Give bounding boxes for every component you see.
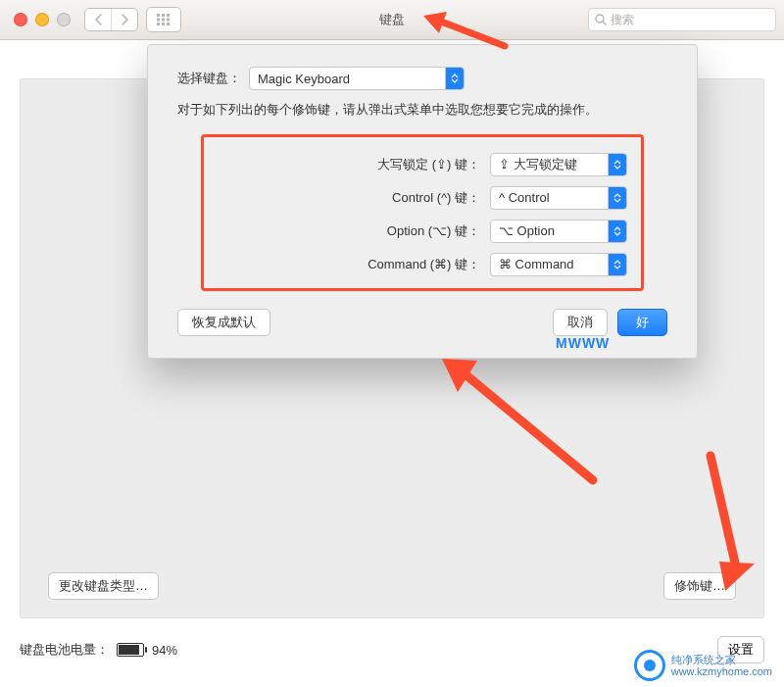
ok-button[interactable]: 好 — [617, 309, 667, 336]
watermark-logo-icon — [634, 650, 665, 681]
select-keyboard-label: 选择键盘： — [177, 70, 241, 87]
battery-label: 键盘电池电量： — [20, 641, 109, 659]
dropdown-value: ^ Control — [499, 190, 550, 205]
dropdown-value: ⌥ Option — [499, 223, 555, 238]
watermark-line1: 纯净系统之家 — [671, 654, 772, 665]
dropdown-knob-icon — [608, 154, 626, 175]
battery-icon — [117, 643, 144, 657]
modifier-label: Control (^) 键： — [314, 189, 480, 207]
modifier-label: Command (⌘) 键： — [314, 256, 480, 273]
cancel-button[interactable]: 取消 — [553, 309, 608, 336]
change-keyboard-type-button[interactable]: 更改键盘类型… — [48, 572, 159, 600]
control-dropdown[interactable]: ^ Control — [490, 186, 627, 210]
select-keyboard-value: Magic Keyboard — [258, 72, 350, 86]
keyboard-battery-status: 键盘电池电量： 94% — [20, 641, 177, 659]
modifier-row-capslock: 大写锁定 (⇪) 键： ⇪ 大写锁定键 — [218, 153, 627, 176]
window-title: 键盘 — [0, 11, 784, 28]
dropdown-knob-icon — [608, 187, 626, 209]
capslock-dropdown[interactable]: ⇪ 大写锁定键 — [490, 153, 627, 176]
watermark-line2: www.kzmyhome.com — [671, 665, 772, 677]
modifier-label: 大写锁定 (⇪) 键： — [314, 156, 480, 173]
modifier-row-option: Option (⌥) 键： ⌥ Option — [218, 220, 627, 243]
select-keyboard-dropdown[interactable]: Magic Keyboard — [249, 67, 465, 90]
dropdown-value: ⌘ Command — [499, 257, 574, 271]
sheet-button-row: 恢复成默认 取消 好 — [177, 309, 667, 336]
modifier-mapping-group: 大写锁定 (⇪) 键： ⇪ 大写锁定键 Control (^) 键： ^ Con… — [201, 134, 644, 291]
modifier-row-command: Command (⌘) 键： ⌘ Command — [218, 253, 627, 276]
dropdown-knob-icon — [608, 254, 626, 275]
command-dropdown[interactable]: ⌘ Command — [490, 253, 627, 276]
restore-defaults-button[interactable]: 恢复成默认 — [177, 309, 270, 336]
sheet-description: 对于如下列出的每个修饰键，请从弹出式菜单中选取您想要它完成的操作。 — [177, 100, 667, 121]
modifier-keys-sheet: 选择键盘： Magic Keyboard 对于如下列出的每个修饰键，请从弹出式菜… — [147, 44, 698, 359]
dropdown-knob-icon — [608, 221, 626, 242]
modifier-label: Option (⌥) 键： — [314, 222, 480, 240]
modifier-keys-button[interactable]: 修饰键… — [663, 572, 736, 600]
watermark: 纯净系统之家 www.kzmyhome.com — [634, 650, 772, 681]
battery-percent: 94% — [152, 643, 177, 658]
dropdown-value: ⇪ 大写锁定键 — [499, 156, 577, 173]
toolbar: 键盘 搜索 — [0, 0, 784, 40]
dropdown-knob-icon — [445, 68, 464, 89]
option-dropdown[interactable]: ⌥ Option — [490, 220, 627, 243]
modifier-row-control: Control (^) 键： ^ Control — [218, 186, 627, 210]
